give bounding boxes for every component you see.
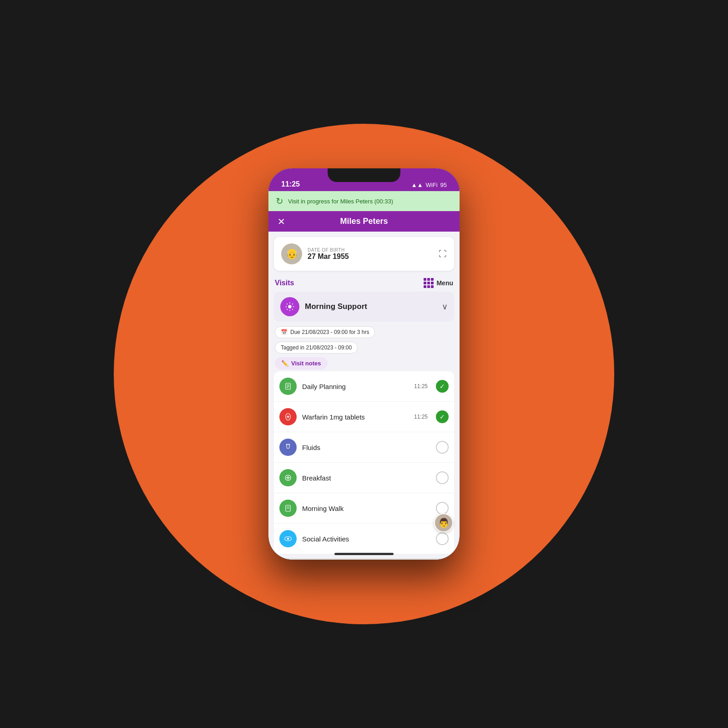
battery-level: 95 [440, 182, 447, 188]
patient-info-left: 👴 DATE OF BIRTH 27 Mar 1955 [281, 243, 349, 264]
menu-grid-icon [424, 278, 434, 288]
task-check-done: ✓ [436, 380, 449, 393]
task-item[interactable]: Social Activities [274, 524, 454, 554]
calendar-icon: 📅 [281, 329, 288, 335]
dob-value: 27 Mar 1955 [308, 253, 349, 261]
signal-icon: ▲▲ [411, 182, 423, 188]
status-time: 11:25 [281, 180, 300, 188]
task-check-done: ✓ [436, 410, 449, 423]
phone-screen: 11:25 ▲▲ WiFi 95 ↻ Visit in progress for… [268, 168, 460, 560]
task-label: Warfarin 1mg tablets [302, 413, 409, 421]
task-label: Social Activities [302, 535, 430, 543]
visits-label: Visits [275, 279, 294, 287]
task-icon-social-activities [279, 530, 297, 547]
phone-notch [328, 168, 400, 182]
visits-header: Visits Menu [268, 276, 460, 292]
task-label: Breakfast [302, 474, 430, 482]
task-time: 11:25 [414, 414, 428, 420]
patient-dob-container: DATE OF BIRTH 27 Mar 1955 [308, 248, 349, 261]
phone-device: 11:25 ▲▲ WiFi 95 ↻ Visit in progress for… [268, 168, 460, 560]
tagged-text: Tagged in 21/08/2023 - 09:00 [281, 344, 352, 351]
task-item[interactable]: Morning Walk [274, 493, 454, 524]
due-text: Due 21/08/2023 - 09:00 for 3 hrs [290, 329, 369, 335]
task-time: 11:25 [414, 383, 428, 389]
task-label: Daily Planning [302, 383, 409, 390]
task-icon-fluids [279, 439, 297, 456]
patient-info-card: 👴 DATE OF BIRTH 27 Mar 1955 ⛶ [274, 237, 454, 271]
floating-avatar[interactable]: 👨 [434, 513, 453, 532]
patient-name: Miles Peters [340, 217, 388, 226]
chevron-down-icon: ∨ [442, 302, 448, 312]
task-item[interactable]: Warfarin 1mg tablets 11:25 ✓ [274, 402, 454, 432]
dob-label: DATE OF BIRTH [308, 248, 349, 253]
visit-notes-label: Visit notes [291, 360, 321, 367]
task-icon-morning-walk [279, 500, 297, 517]
dot [431, 278, 434, 281]
task-item[interactable]: Daily Planning 11:25 ✓ [274, 371, 454, 402]
menu-button[interactable]: Menu [424, 278, 453, 288]
status-icons: ▲▲ WiFi 95 [411, 182, 447, 188]
expand-icon[interactable]: ⛶ [439, 249, 447, 259]
morning-support-header[interactable]: Morning Support ∨ [274, 292, 454, 322]
tagged-badge: Tagged in 21/08/2023 - 09:00 [275, 342, 358, 354]
dot [431, 282, 434, 284]
svg-point-15 [287, 538, 289, 540]
finish-visit-button[interactable]: ✓ FINISH VISIT [274, 558, 454, 560]
svg-rect-7 [286, 444, 290, 445]
dot [427, 278, 430, 281]
task-label: Morning Walk [302, 505, 430, 512]
task-check-empty[interactable] [436, 532, 449, 545]
task-icon-breakfast [279, 469, 297, 486]
task-icon-warfarin [279, 408, 297, 425]
task-check-empty[interactable] [436, 502, 449, 515]
task-label: Fluids [302, 444, 430, 451]
task-check-empty[interactable] [436, 471, 449, 484]
due-badge: 📅 Due 21/08/2023 - 09:00 for 3 hrs [275, 326, 375, 338]
close-button[interactable]: ✕ [278, 216, 285, 227]
pencil-icon: ✏️ [281, 360, 288, 367]
task-item[interactable]: Breakfast [274, 463, 454, 493]
task-check-empty[interactable] [436, 441, 449, 454]
dot [424, 282, 426, 284]
scrollable-content: 👴 DATE OF BIRTH 27 Mar 1955 ⛶ Visits [268, 232, 460, 560]
morning-support-label: Morning Support [305, 302, 436, 311]
phone-frame: 11:25 ▲▲ WiFi 95 ↻ Visit in progress for… [268, 168, 460, 560]
task-icon-daily-planning [279, 378, 297, 395]
visit-banner-text: Visit in progress for Miles Peters (00:3… [288, 198, 393, 205]
task-item[interactable]: Fluids [274, 432, 454, 463]
home-bar [334, 553, 394, 555]
visit-progress-icon: ↻ [276, 196, 283, 207]
patient-header: ✕ Miles Peters [268, 211, 460, 232]
avatar: 👴 [281, 243, 302, 264]
task-list: Daily Planning 11:25 ✓ Warfarin 1mg tabl… [268, 371, 460, 554]
dot [427, 285, 430, 288]
dot [424, 278, 426, 281]
morning-support-icon [280, 297, 299, 316]
visit-banner: ↻ Visit in progress for Miles Peters (00… [268, 191, 460, 211]
dot [431, 285, 434, 288]
visit-details: 📅 Due 21/08/2023 - 09:00 for 3 hrs Tagge… [268, 322, 460, 371]
menu-label: Menu [436, 279, 453, 287]
svg-point-0 [288, 305, 291, 308]
wifi-icon: WiFi [426, 182, 438, 188]
dot [424, 285, 426, 288]
visit-notes-button[interactable]: ✏️ Visit notes [275, 357, 328, 369]
dot [427, 282, 430, 284]
